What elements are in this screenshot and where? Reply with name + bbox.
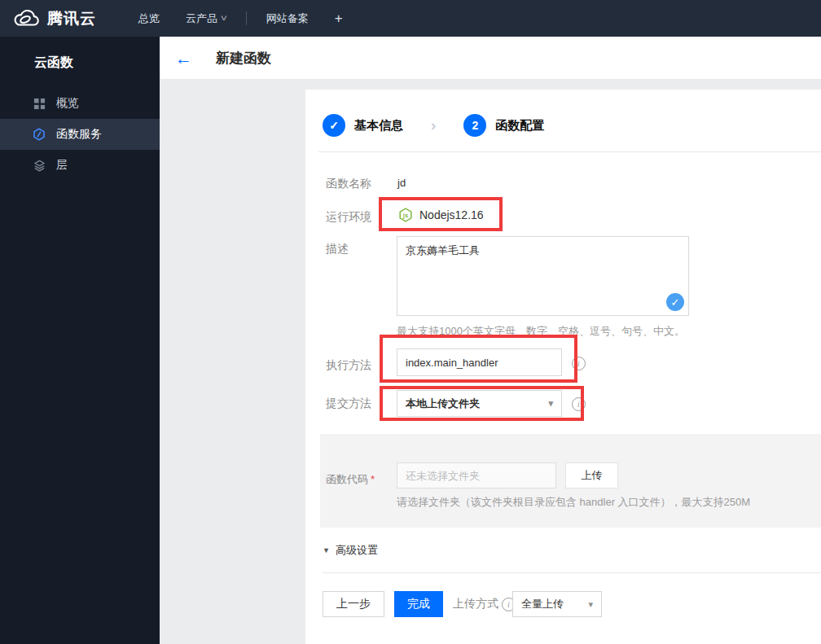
nav-item-overview[interactable]: 总览 — [125, 0, 173, 37]
runtime-value: js Nodejs12.16 — [398, 204, 484, 226]
sidebar-item-label: 层 — [56, 158, 68, 173]
nav-item-icp-filing[interactable]: 网站备案 — [253, 0, 322, 37]
step2-label: 函数配置 — [495, 118, 544, 134]
submit-method-label: 提交方法 — [326, 396, 371, 411]
previous-step-button[interactable]: 上一步 — [323, 591, 384, 617]
sidebar-item-label: 函数服务 — [56, 127, 102, 142]
sidebar-item-label: 概览 — [56, 96, 79, 111]
required-asterisk: * — [371, 473, 375, 485]
caret-down-icon: ▾ — [548, 398, 553, 409]
chevron-down-icon: ˅ — [221, 14, 227, 23]
steps-divider — [318, 151, 821, 152]
function-name-label: 函数名称 — [326, 177, 371, 191]
caret-down-icon: ▾ — [588, 599, 593, 610]
sidebar: 云函数 概览 函数服务 — [0, 37, 160, 644]
function-code-label: 函数代码* — [326, 472, 375, 487]
layers-icon — [33, 159, 46, 172]
upload-button[interactable]: 上传 — [565, 462, 618, 488]
sidebar-menu: 概览 函数服务 层 — [0, 88, 160, 181]
advanced-settings-label: 高级设置 — [336, 543, 378, 558]
function-code-hint: 请选择文件夹（该文件夹根目录应包含 handler 入口文件），最大支持250M — [397, 495, 750, 510]
topbar: 腾讯云 总览 云产品 ˅ 网站备案 + — [0, 0, 821, 37]
svg-text:js: js — [402, 212, 408, 219]
runtime-label: 运行环境 — [326, 210, 371, 225]
nodejs-icon: js — [398, 208, 413, 222]
function-name-value: jd — [397, 177, 406, 189]
cloud-logo-icon — [13, 9, 39, 28]
tencent-cloud-logo[interactable]: 腾讯云 — [0, 8, 96, 29]
grid-icon — [33, 97, 46, 110]
triangle-down-icon: ▼ — [323, 546, 330, 554]
handler-input[interactable] — [397, 348, 562, 376]
check-icon: ✓ — [329, 119, 339, 132]
new-function-card: ✓ 基本信息 › 2 函数配置 函数名称 jd 运行环境 js Nodejs12… — [305, 90, 821, 644]
footer-divider — [323, 572, 821, 573]
function-hexagon-icon — [33, 128, 46, 141]
valid-check-icon: ✓ — [666, 293, 684, 311]
upload-mode-select[interactable]: 全量上传 ▾ — [512, 591, 602, 617]
top-navigation: 总览 云产品 ˅ 网站备案 + — [125, 0, 356, 37]
sidebar-item-function-service[interactable]: 函数服务 — [0, 119, 160, 150]
handler-label: 执行方法 — [326, 358, 371, 373]
step2-number-circle: 2 — [463, 114, 486, 137]
step1-label: 基本信息 — [354, 118, 403, 134]
upload-mode-label: 上传方式 i — [453, 597, 516, 611]
nav-divider — [246, 11, 247, 25]
sidebar-item-layers[interactable]: 层 — [0, 150, 160, 181]
finish-button[interactable]: 完成 — [394, 591, 443, 617]
step-chevron-icon: › — [431, 116, 436, 134]
back-arrow-icon[interactable]: ← — [175, 50, 192, 67]
description-label: 描述 — [326, 242, 349, 256]
function-code-panel: 函数代码* 上传 请选择文件夹（该文件夹根目录应包含 handler 入口文件）… — [320, 434, 821, 528]
sidebar-item-overview[interactable]: 概览 — [0, 88, 160, 119]
submit-method-select[interactable]: 本地上传文件夹 ▾ — [397, 390, 562, 417]
step-indicator: ✓ 基本信息 › 2 函数配置 — [323, 114, 544, 137]
advanced-settings-toggle[interactable]: ▼ 高级设置 — [323, 543, 378, 558]
description-textarea[interactable]: 京东薅羊毛工具 — [397, 236, 689, 316]
brand-text: 腾讯云 — [47, 8, 96, 29]
page-header: ← 新建函数 — [160, 37, 821, 80]
sidebar-title: 云函数 — [0, 37, 160, 72]
handler-info-icon[interactable]: i — [572, 357, 586, 370]
submit-method-info-icon[interactable]: i — [572, 397, 586, 411]
description-hint: 最大支持1000个英文字母、数字、空格、逗号、句号、中文。 — [397, 324, 685, 339]
folder-path-input[interactable] — [397, 462, 556, 488]
nav-item-cloud-products[interactable]: 云产品 ˅ — [173, 0, 239, 37]
page-title: 新建函数 — [216, 49, 271, 68]
step1-completed-circle: ✓ — [323, 114, 345, 137]
nav-add-button[interactable]: + — [322, 0, 356, 37]
